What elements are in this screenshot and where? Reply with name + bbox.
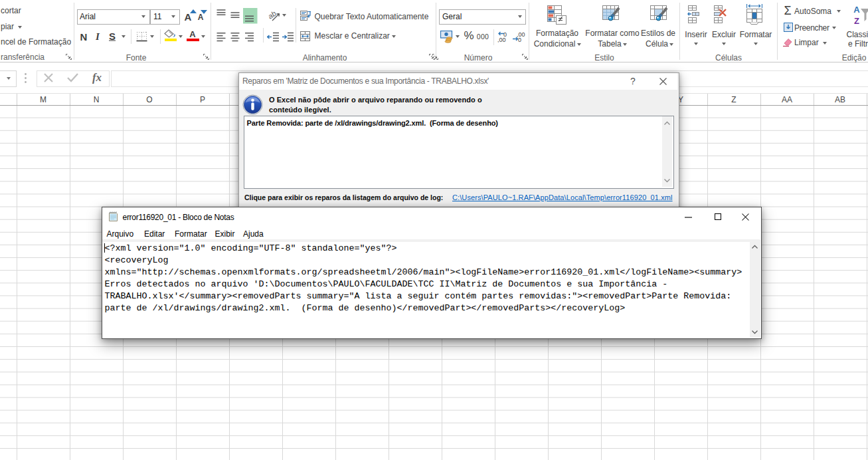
svg-text:0: 0 bbox=[518, 37, 521, 43]
svg-text:,00: ,00 bbox=[497, 37, 506, 43]
svg-text:ab: ab bbox=[268, 9, 278, 21]
